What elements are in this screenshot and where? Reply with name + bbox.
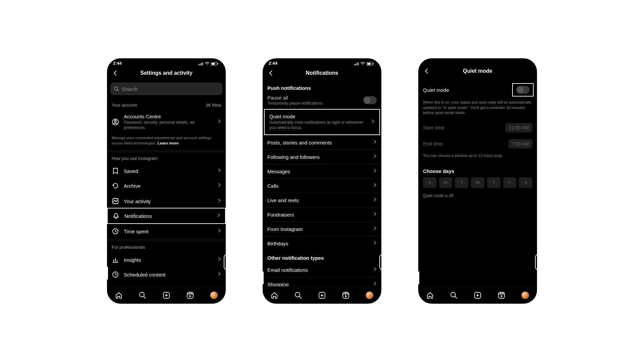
chevron-right-icon [373,197,377,203]
avatar-icon [521,291,529,299]
accounts-centre-sub: Password, security, personal details, ad… [124,120,213,130]
tab-home[interactable] [270,291,279,300]
status-bar: 2:44 [107,58,226,66]
tab-reels[interactable] [186,291,195,300]
quiet-mode-toggle-row: Quiet mode [418,78,537,99]
activity-icon [112,198,119,204]
svg-point-31 [295,292,300,297]
back-button[interactable] [110,68,120,78]
row-shopping[interactable]: Shopping [263,277,381,286]
day-sun[interactable]: S [423,177,436,188]
tab-profile[interactable] [521,291,530,300]
svg-line-19 [144,296,146,298]
row-notifications[interactable]: Notifications [108,208,225,223]
tab-bar [107,286,226,304]
notifications-content: Push notifications Pause all Temporarily… [263,80,381,286]
row-business-tools[interactable]: Business tools and controls [107,282,226,286]
back-button[interactable] [422,66,432,76]
svg-point-18 [140,292,144,297]
page-title: Notifications [263,70,381,76]
tab-bar [263,286,381,304]
svg-point-41 [451,292,455,297]
chevron-right-icon [218,198,221,204]
choose-days-label: Choose days [418,162,537,176]
settings-content: Search Your account Meta Accounts Centre… [107,80,226,286]
row-time-spent[interactable]: Time spent [107,224,226,239]
quiet-mode-description: When this is on, your status and auto-re… [418,99,537,120]
row-email-notifications[interactable]: Email notifications [263,263,381,277]
tab-home[interactable] [114,291,123,300]
header-row: Settings and activity [107,66,226,80]
pause-all-toggle[interactable] [363,96,377,104]
tab-search[interactable] [449,291,458,300]
day-tue[interactable]: T [455,177,468,188]
row-calls[interactable]: Calls [263,178,381,193]
bell-icon [112,213,120,219]
page-title: Quiet mode [418,68,537,74]
svg-rect-36 [343,292,349,298]
chevron-right-icon [218,272,221,278]
status-icons [354,62,374,66]
chevron-right-icon [218,168,221,174]
status-bar [418,58,537,64]
avatar-icon [366,291,374,299]
svg-rect-46 [498,292,504,298]
row-messages[interactable]: Messages [263,164,381,178]
tab-create[interactable] [318,291,326,300]
svg-rect-23 [187,292,193,298]
row-saved[interactable]: Saved [107,164,226,178]
clock-icon [112,271,119,278]
day-wed[interactable]: W [471,177,484,188]
row-insights[interactable]: Insights [107,252,226,267]
end-time-row[interactable]: End time 7:00 AM [418,136,537,152]
day-sat[interactable]: S [519,177,532,188]
learn-more-link[interactable]: Learn more [158,141,179,145]
search-icon [114,86,119,92]
day-mon[interactable]: M [439,177,452,188]
scroll-indicator-left [107,267,108,280]
row-following[interactable]: Following and followers [263,149,381,164]
scroll-indicator-left [418,272,419,284]
end-time-value[interactable]: 7:00 AM [508,139,532,148]
day-fri[interactable]: F [503,177,517,188]
tab-reels[interactable] [341,291,350,300]
day-thu[interactable]: T [487,177,500,188]
tab-search[interactable] [138,291,147,300]
chevron-right-icon [373,183,377,189]
search-input[interactable]: Search [110,82,222,95]
scroll-indicator-right [224,254,226,270]
start-time-row[interactable]: Start time 11:00 PM [418,120,537,136]
status-time: 2:44 [269,61,277,66]
row-live-reels[interactable]: Live and reels [263,193,381,207]
svg-rect-2 [217,63,218,65]
row-your-activity[interactable]: Your activity [107,193,226,208]
phone-notifications: 2:44 Notifications Push notifications Pa… [263,58,381,304]
chevron-right-icon [217,213,220,219]
chevron-right-icon [373,168,377,174]
row-quiet-mode[interactable]: Quiet mode Automatically mute notificati… [265,110,379,134]
chevron-right-icon [218,183,221,189]
tab-reels[interactable] [497,291,506,300]
tab-profile[interactable] [365,291,374,300]
row-archive[interactable]: Archive [107,178,226,193]
tab-search[interactable] [294,291,303,300]
tab-create[interactable] [473,291,482,300]
row-from-instagram[interactable]: From Instagram [263,222,381,236]
tab-home[interactable] [426,291,434,300]
search-placeholder: Search [122,86,138,92]
tab-profile[interactable] [210,291,218,300]
svg-rect-1 [212,63,215,65]
quiet-mode-toggle[interactable] [516,86,530,94]
row-pause-all[interactable]: Pause all Temporarily pause notification… [263,93,381,109]
tab-create[interactable] [162,291,171,300]
row-birthdays[interactable]: Birthdays [263,236,381,250]
start-time-value[interactable]: 11:00 PM [505,123,532,132]
chevron-right-icon [218,119,221,125]
section-how-you-use: How you use Instagram [107,153,226,164]
row-fundraisers[interactable]: Fundraisers [263,207,381,222]
row-posts[interactable]: Posts, stories and comments [263,135,381,149]
back-button[interactable] [266,68,276,78]
highlight-notifications: Notifications [107,208,226,224]
row-scheduled-content[interactable]: Scheduled content [107,267,226,282]
row-accounts-centre[interactable]: Accounts Centre Password, security, pers… [107,110,226,134]
